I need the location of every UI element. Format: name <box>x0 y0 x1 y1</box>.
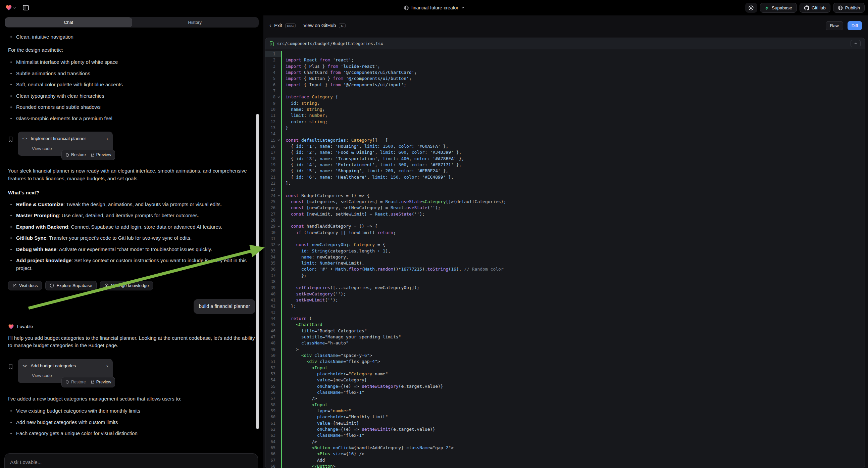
line-number: 8 <box>266 94 276 100</box>
version-card-add-budget-categories[interactable]: <> Add budget categories › View code Res… <box>18 359 113 383</box>
code-line: 56 className="flex-1" <box>266 389 865 396</box>
exit-button[interactable]: Exit <box>274 23 282 28</box>
code-line: 68 </Button> <box>266 463 865 468</box>
publish-globe-icon <box>838 5 843 10</box>
lovable-logo-menu[interactable] <box>3 3 18 12</box>
code-line: 18 { id: '3', name: 'Transportation', li… <box>266 156 865 162</box>
ask-lovable-input[interactable] <box>10 459 252 465</box>
fold-gutter <box>276 186 281 193</box>
manage-knowledge-button[interactable]: Manage knowledge <box>100 281 153 290</box>
line-number: 11 <box>266 113 276 118</box>
code-line: 20 { id: '5', name: 'Shopping', limit: 2… <box>266 168 865 174</box>
line-number: 3 <box>266 63 276 69</box>
line-number: 60 <box>266 414 276 420</box>
message-menu-button[interactable]: ··· <box>249 323 255 330</box>
code-line: 36 color: '#' + Math.floor(Math.random()… <box>266 266 865 272</box>
code-line: 28 <box>266 217 865 223</box>
fold-gutter <box>276 371 281 377</box>
tab-chat[interactable]: Chat <box>5 18 132 27</box>
raw-toggle-button[interactable]: Raw <box>826 21 843 30</box>
preview-button[interactable]: Preview <box>91 152 111 158</box>
restore-button[interactable]: Restore <box>65 379 86 385</box>
version-actions: Restore Preview <box>61 377 115 387</box>
publish-button[interactable]: Publish <box>833 3 865 13</box>
bookmark-icon[interactable] <box>8 363 13 370</box>
explore-supabase-button[interactable]: Explore Supabase <box>45 281 96 290</box>
collapse-file-button[interactable] <box>850 40 861 47</box>
fold-gutter <box>276 143 281 149</box>
line-number: 57 <box>266 396 276 402</box>
line-number: 21 <box>266 174 276 180</box>
line-number: 1 <box>266 51 276 57</box>
fold-gutter <box>276 279 281 285</box>
version-actions: Restore Preview <box>61 150 115 160</box>
line-number: 64 <box>266 439 276 445</box>
preview-button[interactable]: Preview <box>91 379 111 385</box>
user-message-chip: build a financial planner <box>194 299 255 314</box>
assistant-message: I'll help you add budget categories to t… <box>8 334 255 350</box>
fold-chevron-icon[interactable] <box>276 193 281 199</box>
code-line: 10 name: string; <box>266 107 865 113</box>
view-on-github-link[interactable]: View on GitHub <box>303 23 336 28</box>
fold-gutter <box>276 113 281 118</box>
project-switcher[interactable]: financial-future-creator <box>404 5 464 10</box>
fold-gutter <box>276 149 281 155</box>
next-step-item: Expand with Backend: Connect Supabase to… <box>8 223 255 231</box>
design-bullet-list: Minimalist interface with plenty of whit… <box>8 58 255 122</box>
line-number: 13 <box>266 125 276 131</box>
version-card-title: Implement financial planner <box>31 135 103 142</box>
fold-chevron-icon[interactable] <box>276 137 281 143</box>
code-line: 24const BudgetCategories = () => { <box>266 193 865 199</box>
fold-gutter <box>276 162 281 168</box>
fold-gutter <box>276 254 281 260</box>
restore-button[interactable]: Restore <box>65 152 86 158</box>
line-number: 15 <box>266 137 276 143</box>
code-line: 13} <box>266 125 865 131</box>
version-card-implement-financial-planner[interactable]: <> Implement financial planner › View co… <box>18 131 113 156</box>
line-number: 18 <box>266 156 276 162</box>
fold-gutter <box>276 328 281 334</box>
code-file-header[interactable]: src/components/budget/BudgetCategories.t… <box>266 38 865 49</box>
code-line: 62 onChange={(e) => setNewLimit(e.target… <box>266 427 865 432</box>
github-button-label: GitHub <box>812 5 826 10</box>
code-line: 40 setNewCategory(''); <box>266 291 865 297</box>
line-number: 34 <box>266 254 276 260</box>
toggle-sidebar-button[interactable] <box>20 3 32 13</box>
fold-chevron-icon[interactable] <box>276 94 281 100</box>
code-line: 52 <Input <box>266 365 865 371</box>
fold-gutter <box>276 199 281 205</box>
line-number: 7 <box>266 88 276 94</box>
code-line: 4import ChartCard from '@/components/ui/… <box>266 69 865 76</box>
project-name: financial-future-creator <box>411 5 458 10</box>
supabase-button-label: Supabase <box>772 5 792 10</box>
fold-gutter <box>276 352 281 358</box>
code-viewer-panel: ‹ Exit ESC View on GitHub G Raw Diff src… <box>264 16 868 468</box>
github-button[interactable]: GitHub <box>800 3 830 13</box>
line-number: 28 <box>266 217 276 223</box>
chevron-right-icon: › <box>106 135 108 143</box>
line-number: 40 <box>266 291 276 297</box>
fold-gutter <box>276 82 281 88</box>
fold-gutter <box>276 168 281 174</box>
bullet-item: Soft, neutral color palette with light b… <box>8 81 255 89</box>
tab-history[interactable]: History <box>132 18 258 27</box>
chevron-left-icon[interactable]: ‹ <box>270 23 271 29</box>
line-number: 63 <box>266 432 276 438</box>
bullet-item: Rounded corners and subtle shadows <box>8 104 255 111</box>
code-line: 47 subtitle="Manage your spending limits… <box>266 334 865 340</box>
bullet-item: Clean typography with clear hierarchies <box>8 92 255 100</box>
fold-gutter <box>276 377 281 383</box>
line-number: 38 <box>266 279 276 285</box>
fold-gutter <box>276 236 281 242</box>
visit-docs-button[interactable]: Visit docs <box>8 281 42 290</box>
line-number: 39 <box>266 285 276 291</box>
line-number: 45 <box>266 322 276 328</box>
chat-scrollbar[interactable] <box>256 114 259 429</box>
line-number: 20 <box>266 168 276 174</box>
fold-chevron-icon[interactable] <box>276 223 281 229</box>
fold-chevron-icon[interactable] <box>276 242 281 248</box>
diff-toggle-button[interactable]: Diff <box>847 21 862 30</box>
supabase-button[interactable]: Supabase <box>760 3 797 13</box>
bookmark-icon[interactable] <box>8 136 13 142</box>
settings-button[interactable] <box>745 3 757 13</box>
